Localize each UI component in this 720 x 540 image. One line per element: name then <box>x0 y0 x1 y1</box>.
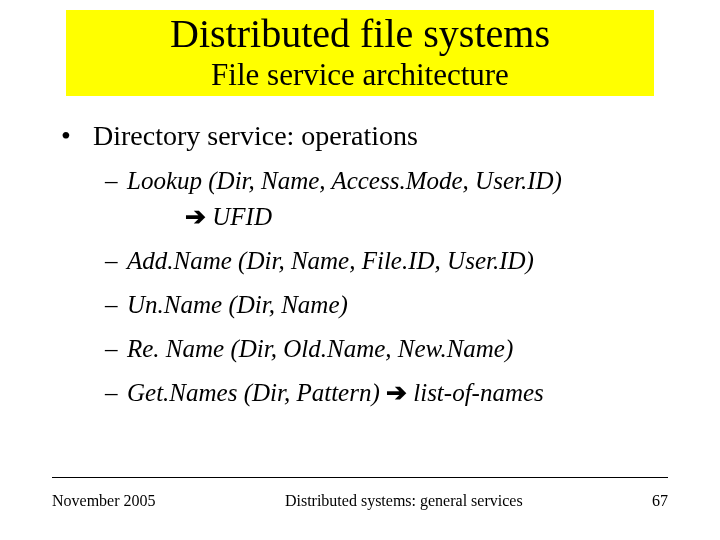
dash-icon: – <box>105 165 127 197</box>
getnames-pre: Get.Names (Dir, Pattern) <box>127 379 386 406</box>
slide-title: Distributed file systems <box>66 12 654 56</box>
operation-list: – Lookup (Dir, Name, Access.Mode, User.I… <box>55 165 665 409</box>
slide-subtitle: File service architecture <box>66 58 654 92</box>
lookup-result-text: UFID <box>212 203 272 230</box>
op-getnames: Get.Names (Dir, Pattern) ➔ list-of-names <box>127 377 665 409</box>
footer-date: November 2005 <box>52 492 156 510</box>
heading-text: Directory service: operations <box>93 118 418 153</box>
list-item: – Add.Name (Dir, Name, File.ID, User.ID) <box>105 245 665 277</box>
footer-course: Distributed systems: general services <box>156 492 652 510</box>
footer-page: 67 <box>652 492 668 510</box>
op-rename: Re. Name (Dir, Old.Name, New.Name) <box>127 333 665 365</box>
content-area: • Directory service: operations – Lookup… <box>0 96 720 409</box>
bullet-icon: • <box>55 118 93 153</box>
section-heading: • Directory service: operations <box>55 118 665 153</box>
footer: November 2005 Distributed systems: gener… <box>52 492 668 510</box>
op-lookup: Lookup (Dir, Name, Access.Mode, User.ID) <box>127 165 665 197</box>
getnames-post: list-of-names <box>407 379 544 406</box>
op-unname: Un.Name (Dir, Name) <box>127 289 665 321</box>
dash-icon: – <box>105 245 127 277</box>
dash-icon: – <box>105 377 127 409</box>
title-block: Distributed file systems File service ar… <box>66 10 654 96</box>
list-item: – Lookup (Dir, Name, Access.Mode, User.I… <box>105 165 665 197</box>
op-lookup-result: ➔ UFID <box>105 201 665 233</box>
footer-divider <box>52 477 668 478</box>
dash-icon: – <box>105 289 127 321</box>
op-addname: Add.Name (Dir, Name, File.ID, User.ID) <box>127 245 665 277</box>
list-item: – Un.Name (Dir, Name) <box>105 289 665 321</box>
list-item: – Re. Name (Dir, Old.Name, New.Name) <box>105 333 665 365</box>
list-item: – Get.Names (Dir, Pattern) ➔ list-of-nam… <box>105 377 665 409</box>
dash-icon: – <box>105 333 127 365</box>
arrow-icon: ➔ <box>386 379 407 406</box>
arrow-icon: ➔ <box>185 203 206 230</box>
slide: Distributed file systems File service ar… <box>0 0 720 540</box>
